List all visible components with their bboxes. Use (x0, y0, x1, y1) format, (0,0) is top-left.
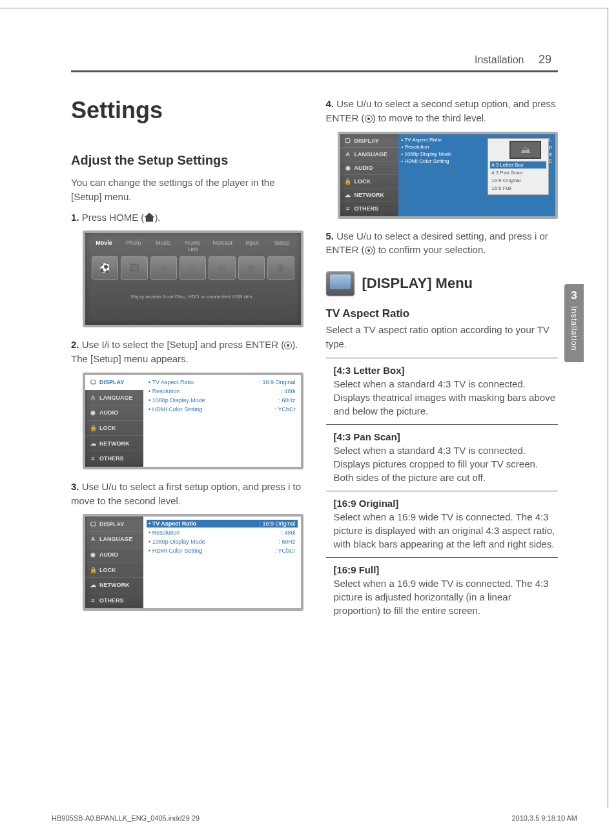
step-1: 1. Press HOME (). (71, 210, 303, 225)
setup-row-value: : YCbCr (275, 548, 296, 554)
step-number: 3. (71, 481, 79, 492)
setup-row-label: 1080p Display Mode (149, 397, 205, 404)
header-section: Installation (475, 54, 524, 65)
photo-tile-icon: 🖼 (121, 256, 147, 280)
setup-row-label: 1080p Display Mode (149, 538, 205, 545)
sub-row-label: Resolution (402, 144, 429, 150)
others-icon: ≡ (88, 455, 98, 462)
home-tab: Input (239, 240, 266, 252)
step-3: 3. Use U/u to select a first setup optio… (71, 480, 303, 508)
option-169-full: [16:9 Full] Select when a 16:9 wide TV i… (326, 557, 559, 624)
setup-row-label: HDMI Color Setting (149, 548, 202, 554)
setup-row-value: : 480i (281, 529, 295, 536)
setup-cat: ALANGUAGE (85, 532, 143, 548)
setup-row-value: : YCbCr (275, 406, 296, 413)
lock-icon: 🔒 (344, 178, 353, 185)
left-column: Settings Adjust the Setup Settings You c… (71, 97, 303, 624)
option-title: [4:3 Letter Box] (334, 365, 559, 376)
language-icon: A (88, 536, 98, 542)
setup-tile-icon: ⚙ (267, 256, 294, 280)
display-icon: 🖵 (88, 521, 98, 528)
network-icon: ☁ (88, 440, 98, 447)
option-description: Select when a standard 4:3 TV is connect… (334, 377, 559, 418)
enter-icon (284, 342, 292, 349)
option-title: [4:3 Pan Scan] (334, 431, 559, 442)
audio-icon: ◉ (88, 551, 98, 558)
step-5: 5. Use U/u to select a desired setting, … (326, 229, 559, 258)
footer-timestamp: 2010.3.5 9:18:10 AM (511, 814, 577, 822)
setup-row-value: : 16:9 Original (259, 379, 295, 385)
setup-row-value: : 60Hz (278, 397, 295, 404)
display-menu-title: [DISPLAY] Menu (362, 275, 473, 292)
option-title: [16:9 Original] (334, 498, 559, 509)
step-number: 1. (71, 212, 79, 223)
option-description: Select when a 16:9 wide TV is connected.… (334, 510, 559, 551)
netcast-tile-icon: ▭ (209, 256, 235, 280)
aspect-ratio-heading: TV Aspect Ratio (326, 307, 559, 320)
option-description: Select when a standard 4:3 TV is connect… (334, 444, 559, 484)
homelink-tile-icon: ⌂ (180, 256, 206, 280)
page-title: Settings (71, 97, 303, 124)
setup-cat: ◉AUDIO (340, 161, 398, 175)
section-tab-label: Installation (570, 306, 579, 351)
setup-cat: 🔒LOCK (85, 562, 143, 578)
aspect-preview-icon: ⛰ (509, 141, 541, 159)
setup-cat: 🔒LOCK (85, 421, 143, 436)
enter-icon (365, 115, 373, 123)
home-tab: Photo (120, 240, 147, 252)
setup-row-label: TV Aspect Ratio (149, 520, 196, 527)
setup-cat: ≡OTHERS (340, 202, 398, 216)
step-text: Use U/u to select a first setup option, … (71, 481, 301, 506)
step-2: 2. Use I/i to select the [Setup] and pre… (71, 338, 303, 366)
setup-row-value: : 60Hz (278, 538, 295, 545)
others-icon: ≡ (88, 597, 98, 604)
option-pan-scan: [4:3 Pan Scan] Select when a standard 4:… (326, 424, 559, 491)
network-icon: ☁ (344, 192, 353, 198)
home-icons: ⚽ 🖼 ♫ ⌂ ▭ ⎘ ⚙ (90, 256, 296, 280)
setup-row-label: TV Aspect Ratio (149, 379, 194, 385)
subheading-adjust: Adjust the Setup Settings (71, 153, 303, 168)
home-icon (144, 213, 154, 222)
step-text: Use I/i to select the [Setup] and press … (82, 339, 284, 350)
home-tab: Netcast (209, 240, 236, 252)
setup-cat: ≡OTHERS (85, 451, 143, 467)
screenshot-setup-menu: 🖵DISPLAY ALANGUAGE ◉AUDIO 🔒LOCK ☁NETWORK… (83, 373, 303, 469)
section-tab-number: 3 (564, 289, 584, 302)
language-icon: A (88, 394, 98, 401)
input-tile-icon: ⎘ (238, 256, 265, 280)
display-icon: 🖵 (88, 379, 98, 385)
audio-icon: ◉ (88, 409, 98, 416)
setup-row-label: Resolution (149, 529, 180, 536)
option-169-original: [16:9 Original] Select when a 16:9 wide … (326, 491, 559, 557)
page-footer: HB905SB-A0.BPANLLK_ENG_0405.indd29 29 20… (52, 814, 577, 822)
popup-option: 16:9 Original (490, 177, 546, 184)
audio-icon: ◉ (344, 165, 353, 171)
music-tile-icon: ♫ (150, 256, 177, 280)
display-monitor-icon (326, 271, 354, 296)
enter-icon (365, 247, 373, 254)
setup-cat: 🖵DISPLAY (85, 517, 143, 532)
network-icon: ☁ (88, 582, 98, 588)
option-letter-box: [4:3 Letter Box] Select when a standard … (326, 358, 559, 424)
home-tab: Movie (90, 240, 118, 252)
right-column: 4. Use U/u to select a second setup opti… (326, 97, 559, 624)
setup-row-label: Resolution (149, 388, 180, 394)
screenshot-home-menu: Movie Photo Music Home Link Netcast Inpu… (83, 230, 303, 327)
aspect-ratio-intro: Select a TV aspect ratio option accordin… (326, 323, 559, 351)
home-tab: Home Link (180, 240, 207, 252)
display-menu-header: [DISPLAY] Menu (326, 271, 559, 296)
language-icon: A (344, 151, 353, 158)
home-tab: Setup (269, 240, 296, 252)
aspect-popup: ⛰ 4:3 Letter Box 4:3 Pan Scan 16:9 Origi… (488, 138, 549, 195)
screenshot-setup-highlight: 🖵DISPLAY ALANGUAGE ◉AUDIO 🔒LOCK ☁NETWORK… (83, 514, 303, 611)
home-tabs: Movie Photo Music Home Link Netcast Inpu… (90, 238, 296, 256)
home-message: Enjoy movies from Disc, HDD or connected… (90, 294, 296, 300)
setup-cat: 🖵DISPLAY (85, 375, 143, 391)
sub-row-label: HDMI Color Setting (402, 158, 449, 164)
setup-cat: ALANGUAGE (340, 148, 398, 161)
setup-cat: ◉AUDIO (85, 405, 143, 421)
header-page-number: 29 (539, 53, 551, 66)
setup-cat: 🔒LOCK (340, 175, 398, 189)
section-tab: 3 Installation (564, 284, 584, 362)
intro-text: You can change the settings of the playe… (71, 176, 303, 204)
